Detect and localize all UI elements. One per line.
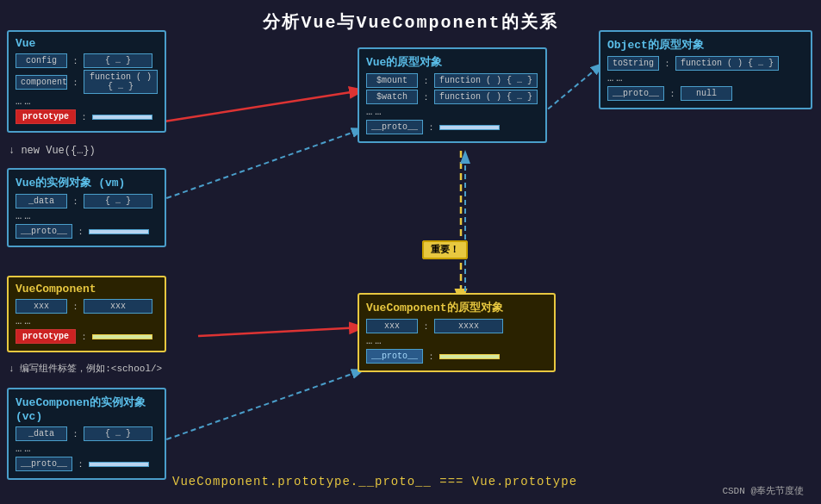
vue-component-proto-value — [92, 334, 152, 339]
vue-component-instance-title: VueComponen的实例对象 (vc) — [16, 395, 158, 423]
svg-line-0 — [142, 90, 362, 125]
vue-proto-mount-key: $mount — [366, 73, 418, 88]
vue-proto-proto-value — [439, 125, 500, 130]
object-proto-box: Object的原型对象 toString ： function ( ) { … … — [599, 30, 812, 109]
vue-instance-data-key: _data — [16, 194, 67, 208]
vc-proto-xxx-value: xxxx — [434, 319, 503, 333]
vue-instance-title: Vue的实例对象 (vm) — [16, 175, 158, 190]
vue-component-instance-box: VueComponen的实例对象 (vc) _data ： { … } …… _… — [7, 388, 166, 480]
vue-config-row: config ： { … } — [16, 53, 158, 68]
object-proto-proto-row: __proto__ ： null — [607, 86, 804, 101]
vue-instance-data-row: _data ： { … } — [16, 194, 158, 208]
page-title: 分析Vue与VueComponent的关系 — [0, 0, 821, 34]
vue-component-box: VueComponent xxx ： xxx …… prototype ： — [7, 276, 166, 352]
important-badge: 重要！ — [422, 240, 468, 259]
vue-prototype-value — [92, 115, 152, 120]
vc-proto-key: __proto__ — [16, 457, 72, 471]
object-proto-dots: …… — [607, 72, 804, 84]
svg-line-3 — [198, 327, 362, 336]
vc-proto-dots: …… — [366, 335, 547, 347]
object-proto-tostring-key: toString — [607, 56, 659, 71]
vue-instance-proto-row: __proto__ ： — [16, 224, 158, 239]
vc-proto-proto-value — [439, 354, 500, 359]
vue-instance-proto-value — [89, 229, 149, 234]
vue-config-value: { … } — [84, 53, 152, 68]
vue-proto-box: Vue的原型对象 $mount ： function ( ) { … } $wa… — [358, 47, 547, 143]
new-vue-label: ↓ new Vue({…}) — [9, 145, 96, 157]
vue-component-dots: …… — [16, 315, 158, 327]
vc-proto-value — [89, 462, 149, 467]
svg-line-4 — [142, 129, 362, 207]
vue-proto-title: Vue的原型对象 — [366, 54, 538, 70]
vue-box: Vue config ： { … } component ： function … — [7, 30, 166, 133]
important-badge-container: 重要！ — [422, 241, 468, 257]
vue-instance-proto-key: __proto__ — [16, 224, 72, 239]
vue-component-title: VueComponent — [16, 283, 158, 296]
object-proto-title: Object的原型对象 — [607, 37, 804, 53]
vue-proto-watch-row: $watch ： function ( ) { … } — [366, 90, 538, 104]
vue-prototype-row: prototype ： — [16, 109, 158, 124]
vc-data-key: _data — [16, 426, 67, 441]
object-proto-tostring-row: toString ： function ( ) { … } — [607, 56, 804, 71]
vue-prototype-key: prototype — [16, 109, 76, 124]
vc-proto-proto-row: __proto__ ： — [366, 349, 547, 364]
vue-component-value: function ( ) { … } — [84, 70, 158, 94]
vue-proto-proto-key: __proto__ — [366, 120, 423, 134]
vc-data-value: { … } — [84, 426, 152, 441]
vue-instance-dots: …… — [16, 210, 158, 222]
credit-text: CSDN @奉先节度使 — [722, 484, 804, 497]
vue-component-proto-key: prototype — [16, 329, 76, 344]
vue-config-key: config — [16, 53, 67, 68]
write-tag-label: ↓ 编写组件标签，例如:<school/> — [9, 362, 162, 375]
vue-component-key: component — [16, 75, 67, 90]
object-proto-proto-value: null — [681, 86, 732, 101]
vue-proto-dots: …… — [366, 106, 538, 118]
vue-proto-watch-value: function ( ) { … } — [434, 90, 538, 104]
formula-text: VueComponent.prototype.__proto__ === Vue… — [172, 475, 577, 488]
vue-component-proto-row: prototype ： — [16, 329, 158, 344]
vue-proto-mount-value: function ( ) { … } — [434, 73, 538, 88]
vue-component-xxx-key: xxx — [16, 299, 67, 314]
vue-component-xxx-row: xxx ： xxx — [16, 299, 158, 314]
vue-component-xxx-value: xxx — [84, 299, 152, 314]
vue-component-proto-title: VueComponent的原型对象 — [366, 300, 547, 315]
vc-proto-proto-key: __proto__ — [366, 349, 423, 364]
vc-dots: …… — [16, 443, 158, 455]
object-proto-tostring-value: function ( ) { … } — [675, 56, 779, 71]
vue-proto-watch-key: $watch — [366, 90, 418, 104]
vc-proto-row: __proto__ ： — [16, 457, 158, 471]
vue-proto-proto-row: __proto__ ： — [366, 120, 538, 134]
vc-data-row: _data ： { … } — [16, 426, 158, 441]
vue-instance-data-value: { … } — [84, 194, 152, 208]
vue-component-proto-box: VueComponent的原型对象 xxx ： xxxx …… __proto_… — [358, 293, 556, 372]
vue-component-row: component ： function ( ) { … } — [16, 70, 158, 94]
object-proto-proto-key: __proto__ — [607, 86, 664, 101]
vc-proto-xxx-row: xxx ： xxxx — [366, 319, 547, 333]
vue-proto-mount-row: $mount ： function ( ) { … } — [366, 73, 538, 88]
vue-instance-box: Vue的实例对象 (vm) _data ： { … } …… __proto__… — [7, 168, 166, 247]
vue-dots: …… — [16, 96, 158, 108]
vc-proto-xxx-key: xxx — [366, 319, 418, 333]
vue-box-title: Vue — [16, 37, 158, 50]
svg-line-6 — [142, 370, 362, 448]
